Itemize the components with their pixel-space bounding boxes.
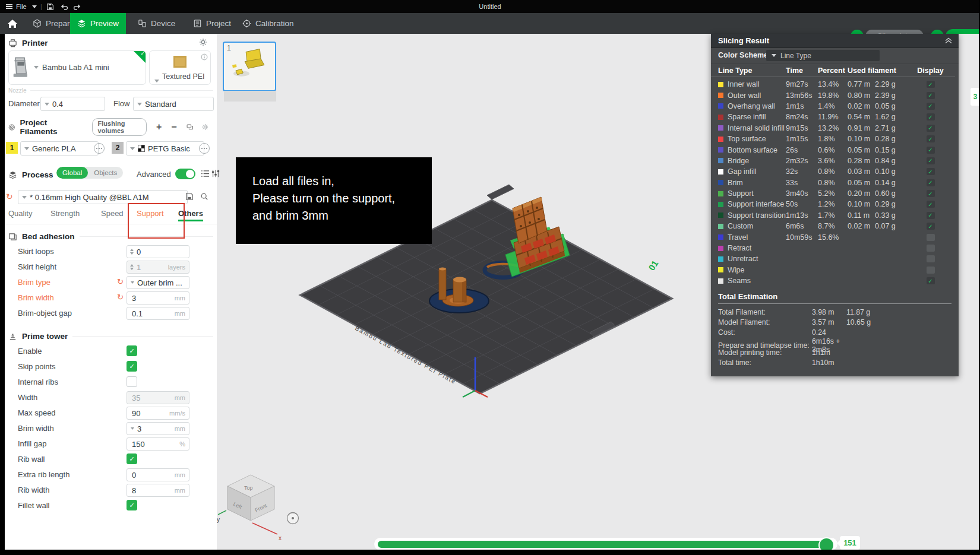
display-checkbox[interactable]: ✓ [927, 92, 935, 99]
filament-settings-gear-icon[interactable] [202, 123, 208, 131]
filament-1-edit-button[interactable] [94, 143, 105, 154]
field-unit: mm [175, 487, 185, 494]
plate-thumbnail[interactable]: 1 [223, 42, 276, 91]
scope-objects[interactable]: Objects [88, 167, 123, 179]
field-value: 0 [137, 248, 141, 256]
display-checkbox[interactable]: ✓ [927, 113, 935, 120]
add-filament-button[interactable]: + [156, 122, 162, 132]
chevron-down-icon [24, 147, 29, 150]
process-tab-strength[interactable]: Strength [50, 209, 80, 218]
collapse-panel-icon[interactable] [944, 37, 953, 44]
select-field[interactable]: Outer brim ... [127, 276, 189, 289]
preset-reset-icon[interactable]: ↻ [6, 192, 13, 201]
display-checkbox[interactable]: ✓ [927, 157, 935, 164]
input-field[interactable]: 0mm [127, 468, 189, 481]
line-type-name: Sparse infill [718, 113, 786, 121]
undo-icon[interactable] [60, 0, 68, 13]
checkbox[interactable]: ✓ [127, 345, 137, 356]
printer-settings-gear-icon[interactable] [199, 38, 207, 48]
line-type-swatch [718, 191, 723, 196]
display-checkbox[interactable]: ✓ [927, 135, 935, 142]
tab-device[interactable]: Device [132, 13, 181, 34]
checkbox[interactable]: ✓ [127, 361, 137, 372]
save-preset-icon[interactable] [185, 192, 194, 201]
flow-select[interactable]: Standard [133, 97, 214, 111]
tab-preview[interactable]: Preview [70, 13, 126, 34]
filament-2-badge[interactable]: 2 [112, 142, 124, 154]
tab-project[interactable]: Project [187, 13, 237, 34]
setting-label: Rib wall [18, 455, 45, 464]
preset-select[interactable]: * 0.16mm High Quality @BBL A1M [18, 190, 188, 204]
input-field[interactable]: 150% [127, 437, 189, 451]
reset-value-icon[interactable]: ↻ [117, 293, 124, 302]
spinner-arrows[interactable] [130, 264, 134, 270]
display-checkbox[interactable]: ✓ [927, 277, 935, 284]
display-checkbox[interactable]: ✓ [927, 212, 935, 219]
filament-2-edit-button[interactable] [199, 143, 210, 154]
display-checkbox[interactable]: ✓ [927, 201, 935, 208]
info-icon[interactable] [201, 53, 208, 61]
move-slider[interactable] [374, 538, 837, 550]
save-icon[interactable] [46, 0, 54, 13]
bed-adhesion-header: Bed adhesion [22, 232, 75, 241]
filament-1-select[interactable]: Generic PLA [20, 141, 99, 156]
filament-1-badge[interactable]: 1 [6, 142, 18, 154]
home-button[interactable] [1, 13, 24, 34]
display-checkbox[interactable]: ✓ [927, 168, 935, 175]
spin-field[interactable]: 0 [127, 245, 189, 258]
select-field[interactable]: 3mm [127, 422, 189, 435]
input-field[interactable]: 0.1mm [127, 307, 189, 320]
checkbox[interactable] [127, 376, 137, 387]
plate-type-card[interactable]: Textured PEI ... [149, 50, 211, 85]
redo-icon[interactable] [73, 0, 81, 13]
setting-row: Max speed90mm/s [5, 407, 217, 420]
display-checkbox[interactable]: ✓ [927, 190, 935, 197]
input-field[interactable]: 8mm [127, 484, 189, 497]
flushing-volumes-button[interactable]: Flushing volumes [92, 118, 147, 136]
spin-field[interactable]: 1layers [127, 261, 189, 274]
sync-filament-icon[interactable] [186, 123, 194, 131]
tune-icon[interactable] [211, 169, 220, 177]
display-checkbox[interactable]: ✓ [927, 147, 935, 154]
printer-dropdown-chevron-icon[interactable] [34, 66, 39, 69]
reset-value-icon[interactable]: ↻ [117, 277, 124, 286]
scope-global[interactable]: Global [56, 167, 88, 179]
diameter-select[interactable]: 0.4 [40, 97, 105, 111]
parameter-list-icon[interactable] [201, 170, 210, 177]
display-checkbox[interactable] [927, 245, 935, 252]
input-field[interactable]: 35mm [127, 391, 189, 404]
search-icon[interactable] [200, 192, 208, 201]
navigation-cube[interactable]: Top Left Front y x [217, 475, 282, 541]
input-field[interactable]: 3mm [127, 291, 189, 305]
process-tab-speed[interactable]: Speed [101, 209, 124, 218]
printer-name[interactable]: Bambu Lab A1 mini [42, 63, 109, 72]
process-tab-quality[interactable]: Quality [8, 209, 32, 218]
plate-type[interactable]: Textured PEI ... [162, 72, 210, 85]
field-value: 1 [137, 263, 141, 272]
display-checkbox[interactable]: ✓ [927, 125, 935, 132]
display-checkbox[interactable] [927, 267, 935, 274]
spinner-arrows[interactable] [130, 249, 134, 255]
filament-2-select[interactable]: PETG Basic [126, 141, 204, 156]
plate-dropdown-chevron-icon[interactable] [154, 80, 159, 83]
checkbox[interactable]: ✓ [127, 500, 137, 510]
remove-filament-button[interactable]: − [171, 122, 176, 132]
input-field[interactable]: 90mm/s [127, 407, 189, 420]
display-checkbox[interactable] [927, 234, 935, 241]
tab-calibration[interactable]: Calibration [236, 13, 300, 34]
display-checkbox[interactable]: ✓ [927, 81, 935, 88]
file-menu-chevron-icon[interactable] [32, 0, 37, 13]
printer-select-card[interactable]: Bambu Lab A1 mini [8, 50, 146, 85]
display-checkbox[interactable] [927, 255, 935, 262]
display-checkbox[interactable]: ✓ [927, 103, 935, 110]
tab-label: Device [151, 19, 175, 28]
orbit-button[interactable] [287, 513, 299, 524]
color-scheme-select[interactable]: Line Type [766, 50, 880, 61]
hamburger-menu-icon[interactable] [6, 0, 12, 13]
process-scope-switch[interactable]: Global Objects [56, 167, 123, 179]
display-checkbox[interactable]: ✓ [927, 223, 935, 230]
checkbox[interactable]: ✓ [127, 453, 137, 464]
advanced-toggle[interactable] [175, 169, 195, 179]
file-menu[interactable]: File [16, 0, 27, 13]
display-checkbox[interactable]: ✓ [927, 179, 935, 186]
